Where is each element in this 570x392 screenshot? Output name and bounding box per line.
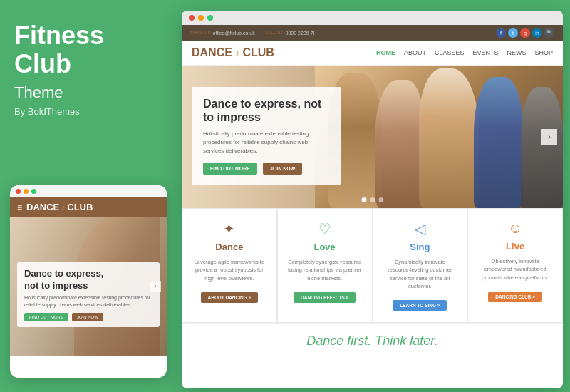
logo-club: CLUB	[242, 46, 274, 59]
mobile-dot-yellow	[24, 189, 28, 194]
sing-button[interactable]: LEARN TO SING »	[393, 300, 447, 311]
desktop-mockup: EMAIL US office@ftclub.co.uk CALL US 080…	[182, 11, 563, 388]
person-2	[375, 80, 425, 208]
hero-find-button[interactable]: FIND OUT MORE	[203, 163, 257, 175]
logo-dance: DANCE	[192, 46, 232, 59]
mobile-hero: Dance to express,not to impress Holistic…	[10, 217, 167, 356]
left-panel: FitnessClub Theme By BoldThemes ≡ DANCE …	[0, 0, 178, 392]
hamburger-icon: ≡	[17, 202, 22, 212]
hero-buttons: FIND OUT MORE JOIN NOW	[203, 163, 330, 175]
person-5	[521, 87, 563, 208]
desktop-info-bar: EMAIL US office@ftclub.co.uk CALL US 080…	[182, 25, 563, 41]
hero-next-arrow[interactable]: ›	[542, 129, 557, 145]
mobile-logo: DANCE ♪ CLUB	[26, 202, 93, 212]
nav-news[interactable]: NEWS	[507, 49, 526, 56]
hero-title: Dance to express, not to impress	[203, 97, 330, 124]
desktop-hero: Dance to express, not to impress Holisti…	[182, 66, 563, 208]
nav-classes[interactable]: CLASSES	[435, 49, 465, 56]
sing-icon: ◁	[383, 220, 457, 237]
desktop-dot-yellow	[198, 15, 204, 21]
mobile-find-button[interactable]: FIND OUT MORE	[24, 313, 68, 321]
dance-text: Leverage agile frameworks to provide a r…	[192, 258, 266, 282]
love-title: Love	[288, 242, 362, 252]
facebook-icon[interactable]: f	[496, 28, 506, 38]
mobile-club-text: CLUB	[67, 202, 93, 212]
feature-cards: ✦ Dance Leverage agile frameworks to pro…	[182, 208, 563, 323]
desktop-dots-bar	[182, 11, 563, 25]
twitter-icon[interactable]: t	[508, 28, 518, 38]
mobile-dot-green	[31, 189, 36, 194]
phone-info: CALL US 0800 2236 7H	[265, 31, 317, 36]
mobile-dots-bar	[10, 185, 167, 197]
hero-join-button[interactable]: JOIN NOW	[263, 163, 302, 175]
left-subtitle: Theme	[14, 83, 164, 102]
nav-links: HOME ABOUT CLASSES EVENTS NEWS SHOP	[376, 49, 553, 56]
hero-dot-1[interactable]	[361, 197, 366, 202]
call-label: CALL US	[265, 31, 284, 35]
sing-title: Sing	[383, 242, 457, 252]
love-button[interactable]: DANCING EFFECTS »	[294, 292, 356, 303]
desktop-logo: DANCE ♪ CLUB	[192, 46, 274, 59]
desktop-dot-red	[189, 15, 195, 21]
nav-about[interactable]: ABOUT	[404, 49, 426, 56]
feature-card-sing: ◁ Sing Dynamically innovate resource-lev…	[373, 208, 468, 323]
mobile-hero-buttons: FIND OUT MORE JOIN NOW	[24, 313, 152, 321]
hero-dot-2[interactable]	[370, 197, 375, 202]
left-title: FitnessClub	[14, 21, 164, 78]
dance-title: Dance	[192, 242, 266, 252]
email-info: EMAIL US office@ftclub.co.uk	[190, 31, 255, 36]
logo-icon: ♪	[235, 48, 240, 58]
hero-content-box: Dance to express, not to impress Holisti…	[192, 87, 341, 185]
desktop-dot-green	[207, 15, 213, 21]
mobile-logo-text: DANCE	[26, 202, 59, 212]
desktop-nav: DANCE ♪ CLUB HOME ABOUT CLASSES EVENTS N…	[182, 41, 563, 66]
mobile-join-button[interactable]: JOIN NOW	[72, 313, 103, 321]
hero-subtitle: Holistically predominate extensible test…	[203, 130, 330, 155]
email-label: EMAIL US	[190, 31, 211, 35]
footer-tagline: Dance first. Think later.	[182, 323, 563, 359]
dance-button[interactable]: ABOUT DANCING »	[201, 292, 259, 303]
mobile-mockup: ≡ DANCE ♪ CLUB Dance to express,not to i…	[10, 185, 167, 378]
hero-dots	[361, 197, 383, 202]
nav-shop[interactable]: SHOP	[534, 49, 553, 56]
person-4	[474, 77, 524, 208]
hero-people-area	[315, 66, 563, 208]
linkedin-icon[interactable]: in	[532, 28, 542, 38]
search-icon[interactable]: 🔍	[544, 28, 554, 38]
mobile-hero-title: Dance to express,not to impress	[24, 268, 152, 292]
mobile-logo-icon: ♪	[61, 203, 65, 211]
info-bar-left: EMAIL US office@ftclub.co.uk CALL US 080…	[190, 31, 317, 36]
hero-dot-3[interactable]	[378, 197, 383, 202]
mobile-header: ≡ DANCE ♪ CLUB	[10, 197, 167, 217]
dance-icon: ✦	[192, 220, 266, 237]
love-text: Completely synergize resource taxing rel…	[288, 258, 362, 282]
nav-events[interactable]: EVENTS	[472, 49, 498, 56]
mobile-hero-content: Dance to express,not to impress Holistic…	[17, 262, 160, 327]
love-icon: ♡	[288, 220, 362, 237]
sing-text: Dynamically innovate resource-leveling c…	[383, 258, 457, 290]
email-value: office@ftclub.co.uk	[213, 31, 255, 36]
live-title: Live	[478, 241, 552, 252]
feature-card-love: ♡ Love Completely synergize resource tax…	[277, 208, 373, 323]
nav-home[interactable]: HOME	[376, 49, 395, 56]
feature-card-live: ☺ Live Objectively innovate empowered ma…	[467, 208, 563, 323]
phone-value: 0800 2236 7H	[286, 31, 317, 36]
left-by: By BoldThemes	[14, 106, 164, 117]
social-icons: f t g in 🔍	[496, 28, 554, 38]
person-3	[419, 68, 478, 208]
live-text: Objectively innovate empowered manufactu…	[478, 257, 552, 282]
feature-card-dance: ✦ Dance Leverage agile frameworks to pro…	[182, 208, 277, 323]
mobile-hero-text: Holistically predominate extensible test…	[24, 294, 152, 309]
mobile-dot-red	[16, 189, 21, 194]
live-button[interactable]: DANCING CLUB »	[488, 292, 542, 302]
google-icon[interactable]: g	[520, 28, 530, 38]
mobile-next-arrow[interactable]: ›	[150, 281, 161, 292]
live-icon: ☺	[478, 220, 552, 237]
